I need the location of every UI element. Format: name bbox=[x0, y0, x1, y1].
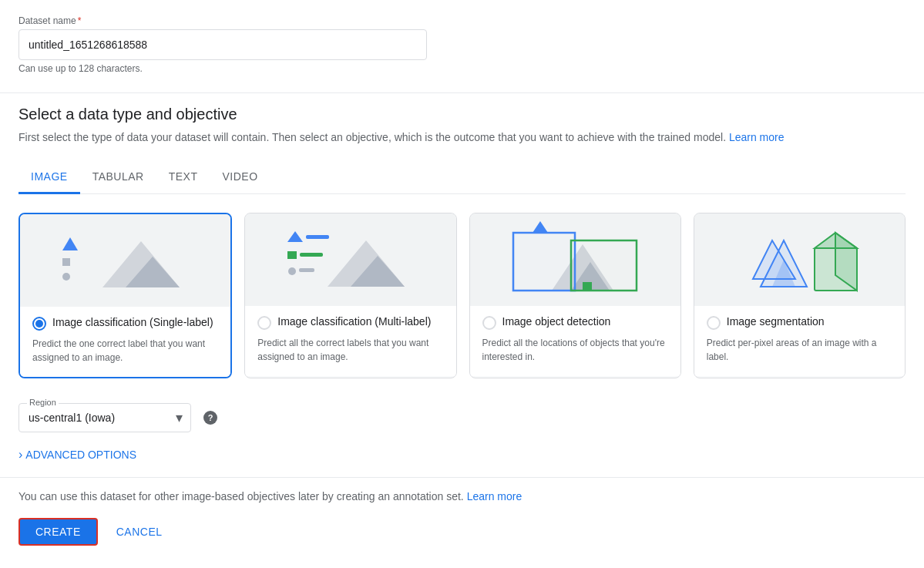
card-multi-label-content: Image classification (Multi-label) Predi… bbox=[245, 306, 455, 376]
divider-1 bbox=[0, 92, 924, 93]
svg-rect-8 bbox=[306, 235, 329, 239]
card-single-label-image bbox=[20, 214, 230, 307]
objective-cards: Image classification (Single-label) Pred… bbox=[18, 213, 906, 378]
svg-rect-18 bbox=[583, 282, 592, 291]
svg-marker-7 bbox=[287, 231, 303, 242]
dataset-name-section: Dataset name* Can use up to 128 characte… bbox=[18, 15, 906, 74]
svg-marker-17 bbox=[533, 221, 548, 233]
svg-point-11 bbox=[288, 267, 296, 275]
action-buttons: CREATE CANCEL bbox=[18, 518, 906, 546]
advanced-options-label: ADVANCED OPTIONS bbox=[25, 449, 136, 461]
tab-text[interactable]: TEXT bbox=[156, 161, 210, 194]
card-multi-label-radio-row: Image classification (Multi-label) bbox=[257, 315, 443, 330]
card-single-label-desc: Predict the one correct label that you w… bbox=[32, 337, 218, 365]
card-single-label-title: Image classification (Single-label) bbox=[52, 316, 213, 328]
data-type-tabs: IMAGE TABULAR TEXT VIDEO bbox=[18, 161, 906, 194]
card-object-detection[interactable]: Image object detection Predict all the l… bbox=[469, 213, 681, 378]
card-segmentation-title: Image segmentation bbox=[727, 315, 825, 328]
card-segmentation-image bbox=[694, 213, 905, 306]
divider-2 bbox=[0, 477, 924, 478]
advanced-options-section: › ADVANCED OPTIONS bbox=[18, 448, 906, 462]
region-label: Region bbox=[27, 398, 59, 407]
advanced-options-chevron: › bbox=[18, 448, 22, 462]
bottom-note: You can use this dataset for other image… bbox=[18, 490, 906, 502]
card-segmentation-radio-row: Image segmentation bbox=[707, 315, 892, 330]
card-object-detection-image bbox=[470, 213, 680, 306]
dataset-name-input[interactable] bbox=[18, 29, 427, 60]
card-object-detection-desc: Predict all the locations of objects tha… bbox=[482, 336, 668, 364]
card-object-detection-title: Image object detection bbox=[502, 315, 611, 328]
card-segmentation[interactable]: Image segmentation Predict per-pixel are… bbox=[694, 213, 906, 378]
advanced-options-toggle[interactable]: › ADVANCED OPTIONS bbox=[18, 448, 906, 462]
card-multi-label-radio[interactable] bbox=[257, 316, 271, 330]
svg-rect-9 bbox=[287, 251, 297, 259]
card-object-detection-radio[interactable] bbox=[482, 316, 496, 330]
card-multi-label-title: Image classification (Multi-label) bbox=[277, 315, 431, 328]
card-multi-label-desc: Predict all the correct labels that you … bbox=[257, 336, 443, 364]
card-object-detection-radio-row: Image object detection bbox=[482, 315, 668, 330]
card-multi-label-image bbox=[245, 213, 455, 306]
card-single-label-radio-row: Image classification (Single-label) bbox=[32, 316, 218, 331]
create-button[interactable]: CREATE bbox=[18, 518, 98, 546]
svg-rect-15 bbox=[513, 233, 575, 291]
svg-rect-10 bbox=[300, 253, 323, 257]
card-segmentation-desc: Predict per-pixel areas of an image with… bbox=[707, 336, 892, 364]
dataset-name-hint: Can use up to 128 characters. bbox=[18, 63, 906, 74]
section-title: Select a data type and objective bbox=[18, 106, 906, 123]
cancel-button[interactable]: CANCEL bbox=[107, 519, 172, 544]
card-single-label-radio[interactable] bbox=[32, 317, 46, 331]
svg-rect-3 bbox=[62, 258, 70, 266]
tab-tabular[interactable]: TABULAR bbox=[80, 161, 156, 194]
section-description: First select the type of data your datas… bbox=[18, 129, 906, 146]
region-help-icon[interactable]: ? bbox=[203, 411, 217, 425]
bottom-note-learn-more-link[interactable]: Learn more bbox=[467, 490, 522, 502]
card-multi-label[interactable]: Image classification (Multi-label) Predi… bbox=[244, 213, 456, 378]
region-select-wrapper: Region us-central1 (Iowa) us-east1 (Sout… bbox=[18, 403, 191, 432]
card-segmentation-radio[interactable] bbox=[707, 316, 721, 330]
section-learn-more-link[interactable]: Learn more bbox=[729, 131, 785, 143]
svg-point-4 bbox=[62, 273, 70, 281]
card-single-label[interactable]: Image classification (Single-label) Pred… bbox=[18, 213, 232, 378]
svg-rect-16 bbox=[571, 240, 637, 291]
region-section: Region us-central1 (Iowa) us-east1 (Sout… bbox=[18, 403, 906, 432]
region-select[interactable]: us-central1 (Iowa) us-east1 (South Carol… bbox=[19, 404, 190, 432]
tab-video[interactable]: VIDEO bbox=[210, 161, 270, 194]
card-object-detection-content: Image object detection Predict all the l… bbox=[470, 306, 680, 376]
card-single-label-content: Image classification (Single-label) Pred… bbox=[20, 307, 230, 377]
svg-rect-12 bbox=[299, 268, 314, 272]
card-segmentation-content: Image segmentation Predict per-pixel are… bbox=[694, 306, 905, 376]
tab-image[interactable]: IMAGE bbox=[18, 161, 80, 194]
dataset-name-label: Dataset name* bbox=[18, 15, 906, 26]
svg-marker-2 bbox=[62, 237, 78, 250]
